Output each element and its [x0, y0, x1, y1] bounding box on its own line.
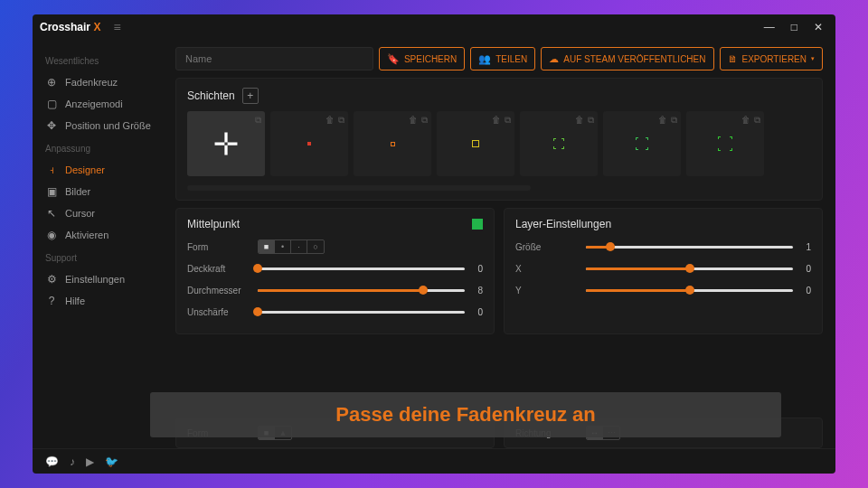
- add-layer-button[interactable]: +: [242, 88, 259, 104]
- layer-settings-panel: Layer-Einstellungen Größe1 X0 Y0: [504, 208, 823, 334]
- slider-value: 8: [472, 286, 483, 296]
- slider-value: 0: [800, 264, 811, 274]
- duplicate-icon[interactable]: ⧉: [338, 115, 344, 126]
- sliders-icon: ⫞: [45, 164, 58, 176]
- layer-tile[interactable]: 🗑⧉: [354, 111, 431, 176]
- image-icon: ▣: [45, 185, 58, 198]
- upload-icon: ☁: [549, 53, 559, 65]
- duplicate-icon[interactable]: ⧉: [671, 115, 677, 126]
- caption-overlay: Passe deine Fadenkreuz an: [150, 392, 781, 437]
- export-icon: 🗎: [728, 53, 738, 64]
- duplicate-icon[interactable]: ⧉: [421, 115, 428, 126]
- export-button[interactable]: 🗎EXPORTIEREN▾: [720, 47, 824, 70]
- crosshair-preview: [718, 136, 732, 151]
- y-slider[interactable]: [586, 284, 793, 296]
- duplicate-icon[interactable]: ⧉: [505, 115, 511, 126]
- sidebar-item-settings[interactable]: ⚙Einstellungen: [45, 268, 168, 290]
- sidebar-item-help[interactable]: ?Hilfe: [45, 290, 168, 312]
- layer-tile[interactable]: ⧉: [187, 111, 265, 176]
- sidebar-item-label: Designer: [65, 164, 105, 175]
- slider-value: 0: [472, 307, 483, 317]
- sidebar-item-cursor[interactable]: ↖Cursor: [45, 202, 168, 224]
- share-button[interactable]: 👥TEILEN: [470, 47, 535, 70]
- delete-icon[interactable]: 🗑: [409, 115, 418, 126]
- form-option-square[interactable]: ■: [259, 240, 275, 253]
- slider-label: Y: [515, 286, 579, 296]
- slider-value: 0: [800, 286, 811, 296]
- delete-icon[interactable]: 🗑: [492, 115, 501, 126]
- size-slider[interactable]: [586, 240, 793, 253]
- layer-tile[interactable]: 🗑⧉: [686, 111, 764, 176]
- layer-tiles: ⧉ 🗑⧉ 🗑⧉ 🗑⧉ 🗑⧉ 🗑⧉ 🗑⧉: [187, 111, 811, 176]
- form-option-smalldot[interactable]: ·: [291, 240, 307, 253]
- sidebar-item-designer[interactable]: ⫞Designer: [45, 159, 168, 181]
- youtube-icon[interactable]: ▶: [86, 455, 94, 468]
- sidebar-item-images[interactable]: ▣Bilder: [45, 181, 168, 202]
- sidebar-item-label: Hilfe: [65, 296, 85, 306]
- duplicate-icon[interactable]: ⧉: [754, 115, 760, 126]
- crosshair-preview: [636, 137, 648, 150]
- x-slider[interactable]: [586, 262, 793, 275]
- main-pane: 🔖SPEICHERN 👥TEILEN ☁AUF STEAM VERÖFFENTL…: [168, 40, 835, 448]
- layer-tile[interactable]: 🗑⧉: [603, 111, 681, 176]
- sidebar-item-activate[interactable]: ◉Aktivieren: [45, 224, 168, 246]
- crosshair-preview: [214, 132, 238, 155]
- sidebar-item-label: Cursor: [65, 208, 95, 219]
- duplicate-icon[interactable]: ⧉: [255, 115, 261, 126]
- statusbar: 💬 ♪ ▶ 🐦: [33, 448, 835, 474]
- sidebar-item-label: Position und Größe: [65, 120, 151, 131]
- save-button[interactable]: 🔖SPEICHERN: [379, 47, 465, 70]
- close-icon[interactable]: ✕: [814, 21, 823, 33]
- twitter-icon[interactable]: 🐦: [105, 455, 118, 468]
- sidebar-item-label: Fadenkreuz: [65, 77, 118, 88]
- sidebar-item-position[interactable]: ✥Position und Größe: [45, 115, 168, 136]
- layers-title: Schichten: [187, 89, 235, 102]
- panel-title: Layer-Einstellungen: [515, 218, 611, 230]
- form-option-circle[interactable]: ○: [307, 240, 324, 253]
- move-icon: ✥: [45, 119, 58, 132]
- delete-icon[interactable]: 🗑: [658, 115, 667, 126]
- minimize-icon[interactable]: —: [764, 21, 775, 33]
- sidebar-item-displaymodes[interactable]: ▢Anzeigemodi: [45, 93, 168, 115]
- form-segmented: ■ • · ○: [258, 239, 325, 254]
- users-icon: 👥: [478, 53, 491, 65]
- slider-label: Deckkraft: [187, 264, 250, 274]
- sidebar-item-label: Bilder: [65, 186, 90, 197]
- diameter-slider[interactable]: [258, 284, 465, 296]
- layer-tile[interactable]: 🗑⧉: [270, 111, 348, 176]
- blur-slider[interactable]: [258, 305, 465, 318]
- slider-label: Durchmesser: [187, 286, 250, 296]
- color-swatch[interactable]: [472, 219, 483, 230]
- maximize-icon[interactable]: □: [791, 21, 797, 33]
- cursor-icon: ↖: [45, 207, 58, 220]
- opacity-slider[interactable]: [258, 262, 465, 275]
- monitor-icon: ▢: [45, 98, 58, 110]
- form-option-dot[interactable]: •: [275, 240, 291, 253]
- layers-panel: Schichten + ⧉ 🗑⧉ 🗑⧉ 🗑⧉ 🗑⧉ 🗑⧉ 🗑⧉: [175, 78, 823, 201]
- tiktok-icon[interactable]: ♪: [70, 455, 75, 468]
- titlebar: Crosshair X ≡ — □ ✕: [33, 14, 835, 40]
- duplicate-icon[interactable]: ⧉: [588, 115, 594, 126]
- delete-icon[interactable]: 🗑: [575, 115, 584, 126]
- layer-tile[interactable]: 🗑⧉: [520, 111, 598, 176]
- crosshair-preview: [553, 138, 564, 149]
- sidebar: Wesentliches ⊕Fadenkreuz ▢Anzeigemodi ✥P…: [33, 40, 168, 448]
- centerpoint-panel: Mittelpunkt Form ■ • · ○ Deckkraft0 Durc…: [175, 208, 495, 334]
- sidebar-item-label: Aktivieren: [65, 230, 108, 240]
- scrollbar[interactable]: [187, 185, 531, 191]
- slider-label: Unschärfe: [187, 307, 250, 317]
- delete-icon[interactable]: 🗑: [326, 115, 335, 126]
- eye-icon: ◉: [45, 229, 58, 241]
- app-window: Crosshair X ≡ — □ ✕ Wesentliches ⊕Fadenk…: [33, 14, 835, 474]
- name-input[interactable]: [175, 47, 373, 70]
- delete-icon[interactable]: 🗑: [741, 115, 750, 126]
- sidebar-item-crosshair[interactable]: ⊕Fadenkreuz: [45, 71, 168, 93]
- publish-button[interactable]: ☁AUF STEAM VERÖFFENTLICHEN: [541, 47, 713, 70]
- crosshair-preview: [391, 142, 395, 146]
- slider-value: 0: [472, 264, 483, 274]
- menu-icon[interactable]: ≡: [113, 21, 120, 33]
- layer-tile[interactable]: 🗑⧉: [437, 111, 514, 176]
- app-title: Crosshair X: [40, 21, 100, 33]
- discord-icon[interactable]: 💬: [45, 455, 59, 468]
- sidebar-item-label: Einstellungen: [65, 274, 125, 285]
